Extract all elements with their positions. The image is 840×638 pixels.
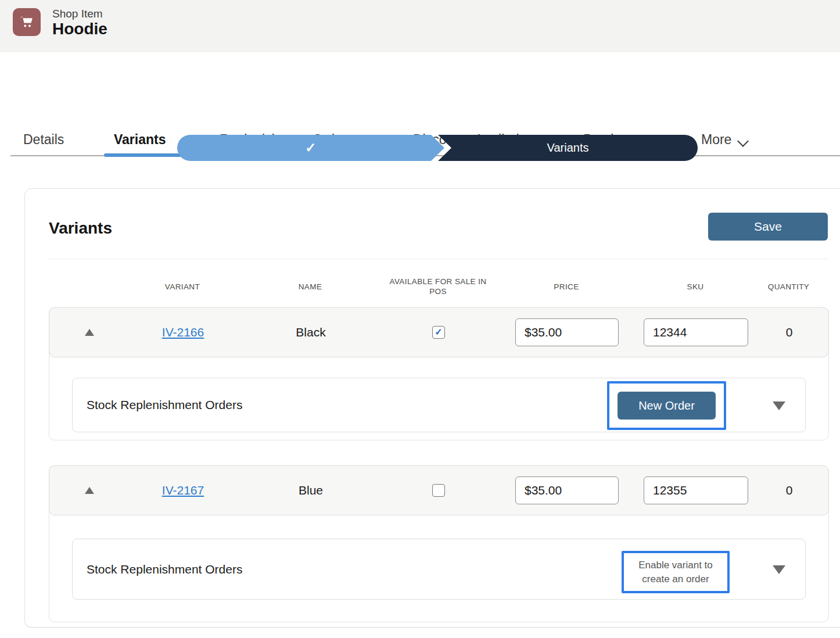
record-header: Shop Item Hoodie: [0, 0, 840, 53]
card-title: Variants: [49, 219, 112, 238]
variant-group: IV-2166 Black ✓ 0 Stock Replenishment Or…: [49, 307, 829, 440]
replenishment-box: Stock Replenishment Orders New Order: [72, 378, 806, 432]
variant-link[interactable]: IV-2167: [162, 483, 204, 497]
record-title: Hoodie: [52, 20, 107, 38]
quantity-value: 0: [786, 325, 793, 339]
pos-checkbox[interactable]: [432, 484, 445, 497]
tab-variants[interactable]: Variants: [114, 132, 166, 148]
variant-row: IV-2167 Blue 0: [49, 465, 829, 515]
pos-checkbox[interactable]: ✓: [432, 326, 445, 339]
tab-bar: Details Variants Replenishment Orders Di…: [0, 52, 840, 106]
table-header: VARIANT NAME AVAILABLE FOR SALE IN POS P…: [49, 269, 828, 304]
variant-group: IV-2167 Blue 0 Stock Replenishment Order…: [49, 465, 829, 622]
column-header-price: PRICE: [554, 282, 579, 292]
variant-name: Blue: [299, 483, 323, 497]
dropdown-icon[interactable]: [773, 402, 785, 410]
page: Shop Item Hoodie Details Variants Replen…: [0, 0, 840, 638]
annotation-highlight: New Order: [607, 381, 726, 430]
cart-icon: [13, 8, 41, 36]
price-input[interactable]: [515, 318, 619, 346]
sku-input[interactable]: [644, 318, 748, 346]
current-stage-label: Variants: [438, 135, 698, 161]
column-header-quantity: QUANTITY: [768, 282, 809, 292]
cart-icon: [19, 14, 35, 30]
annotation-highlight: Enable variant to create an order: [622, 551, 730, 593]
sku-input[interactable]: [644, 476, 748, 504]
record-type-label: Shop Item: [52, 8, 103, 20]
check-icon: ✓: [435, 328, 442, 337]
check-icon: ✓: [177, 135, 444, 161]
collapse-arrow-icon[interactable]: [85, 487, 94, 494]
column-header-variant: VARIANT: [165, 282, 200, 292]
tab-more[interactable]: More: [701, 132, 731, 148]
column-header-pos: AVAILABLE FOR SALE IN POS: [386, 277, 490, 296]
column-header-sku: SKU: [687, 282, 704, 292]
variant-name: Black: [296, 325, 325, 339]
collapse-arrow-icon[interactable]: [85, 329, 94, 336]
variant-row: IV-2166 Black ✓ 0: [49, 307, 829, 357]
chevron-down-icon[interactable]: [737, 135, 749, 147]
variants-card: Variants Save VARIANT NAME AVAILABLE FOR…: [24, 188, 840, 628]
column-header-name: NAME: [299, 282, 322, 292]
price-input[interactable]: [515, 476, 619, 504]
divider: [49, 259, 828, 259]
new-order-button[interactable]: New Order: [618, 392, 716, 420]
enable-variant-text: Enable variant to create an order: [626, 558, 725, 586]
tab-details[interactable]: Details: [23, 132, 64, 148]
save-button[interactable]: Save: [708, 213, 828, 241]
replenishment-box: Stock Replenishment Orders Enable varian…: [72, 539, 806, 600]
quantity-value: 0: [786, 483, 793, 497]
replenishment-label: Stock Replenishment Orders: [87, 398, 242, 412]
active-tab-underline: [104, 153, 188, 157]
replenishment-label: Stock Replenishment Orders: [87, 562, 242, 576]
progress-path: ✓ Variants: [177, 135, 698, 161]
dropdown-icon[interactable]: [773, 565, 785, 574]
variant-link[interactable]: IV-2166: [162, 325, 204, 339]
